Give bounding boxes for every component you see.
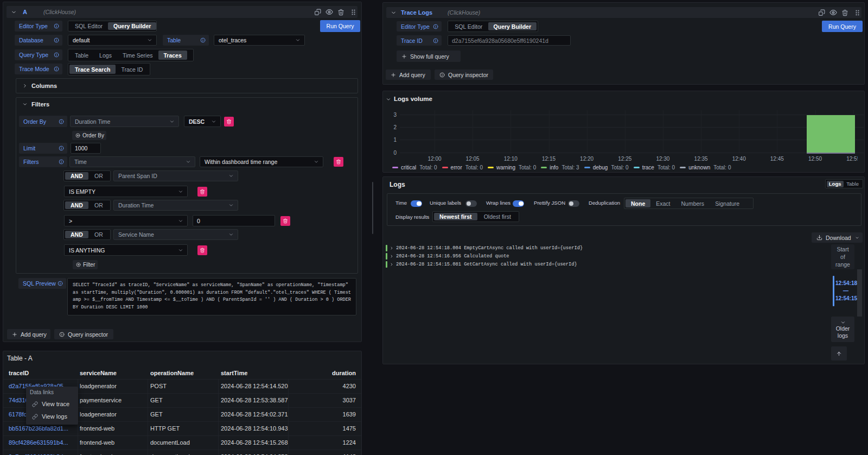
table-col-starttime[interactable]: startTime [221, 370, 247, 376]
trace-mode-option-search[interactable]: Trace Search [69, 65, 116, 74]
log-row[interactable]: 2024-06-28 12:54:16.956 Calculated quote [386, 252, 509, 260]
chevron-down-icon[interactable] [386, 97, 391, 102]
filter-time-field-select[interactable]: Time [69, 156, 195, 167]
filter1-and[interactable]: AND [65, 172, 88, 180]
dedup-numbers[interactable]: Numbers [676, 199, 710, 207]
remove-filter1-button[interactable] [197, 187, 207, 197]
info-circle-icon[interactable] [59, 119, 64, 124]
chevron-right-icon[interactable] [390, 246, 394, 250]
database-select[interactable]: default [68, 35, 157, 46]
filter2-operator-select[interactable]: > [64, 215, 188, 226]
add-filter-button[interactable]: Filter [73, 260, 98, 269]
log-nav-scrollbar[interactable] [857, 269, 862, 317]
table-col-traceid[interactable]: traceID [9, 370, 29, 376]
remove-filter3-button[interactable] [197, 245, 207, 255]
filters-section-header[interactable]: Filters [22, 101, 49, 108]
drag-handle-icon[interactable] [853, 9, 861, 16]
info-circle-icon[interactable] [54, 66, 59, 72]
dedup-none[interactable]: None [626, 199, 650, 207]
legend-item-warning[interactable]: warningTotal: 0 [488, 165, 536, 170]
query-type-option-logs[interactable]: Logs [94, 50, 117, 60]
trace-mode-option-id[interactable]: Trace ID [116, 65, 148, 74]
legend-item-critical[interactable]: criticalTotal: 0 [392, 165, 437, 170]
view-mode-logs[interactable]: Logs [827, 181, 844, 187]
trace-id-input[interactable]: d2a7155ef6a928a05680e5ff6190241d [448, 35, 571, 46]
remove-filter-button[interactable] [334, 157, 343, 167]
duplicate-query-icon[interactable] [314, 8, 321, 16]
filter3-operator-select[interactable]: IS ANYTHING [64, 244, 188, 256]
add-query-button[interactable]: Add query [386, 69, 431, 80]
legend-item-error[interactable]: errorTotal: 0 [442, 165, 483, 170]
editor-type-option-sql[interactable]: SQL Editor [69, 22, 108, 30]
view-logs-menu-item[interactable]: View logs [32, 413, 67, 420]
download-button[interactable]: Download [812, 232, 863, 243]
query-row-header-tracelogs[interactable]: Trace Logs (ClickHouse) [386, 7, 861, 18]
info-circle-icon[interactable] [59, 146, 64, 151]
wrap-lines-toggle[interactable] [513, 200, 524, 207]
info-circle-icon[interactable] [433, 38, 438, 43]
query-inspector-button[interactable]: Query inspector [54, 329, 113, 339]
editor-type-option-builder[interactable]: Query Builder [488, 22, 537, 30]
chevron-right-icon[interactable] [390, 254, 394, 258]
hide-response-eye-icon[interactable] [829, 9, 837, 16]
query-type-option-traces[interactable]: Traces [158, 50, 187, 60]
limit-input[interactable]: 1000 [71, 143, 101, 154]
query-type-option-timeseries[interactable]: Time Series [117, 50, 158, 60]
legend-item-unknown[interactable]: unknownTotal: 0 [680, 165, 731, 170]
info-circle-icon[interactable] [54, 23, 59, 29]
show-full-query-button[interactable]: Show full query [397, 50, 461, 62]
older-logs-button[interactable]: Older logs [831, 317, 854, 342]
legend-item-debug[interactable]: debugTotal: 0 [584, 165, 629, 170]
query-type-option-table[interactable]: Table [69, 50, 94, 60]
editor-type-option-builder[interactable]: Query Builder [108, 22, 156, 30]
query-inspector-button[interactable]: Query inspector [435, 69, 493, 80]
info-circle-icon[interactable] [58, 281, 63, 286]
filter1-operator-select[interactable]: IS EMPTY [64, 186, 188, 197]
filter3-field-select[interactable]: Service Name [113, 229, 238, 240]
filter1-field-select[interactable]: Parent Span ID [113, 170, 238, 181]
hide-response-eye-icon[interactable] [326, 8, 333, 16]
filter3-or[interactable]: OR [88, 231, 109, 238]
info-circle-icon[interactable] [54, 52, 59, 58]
scroll-to-top-button[interactable] [831, 346, 847, 361]
view-mode-table[interactable]: Table [844, 181, 862, 187]
add-query-button[interactable]: Add query [7, 329, 50, 339]
table-select[interactable]: otel_traces [214, 35, 305, 46]
order-by-direction-select[interactable]: DESC [184, 116, 221, 127]
filter2-value-input[interactable]: 0 [193, 215, 275, 226]
add-order-by-button[interactable]: Order By [72, 131, 106, 140]
run-query-button[interactable]: Run Query [320, 20, 360, 32]
info-circle-icon[interactable] [433, 24, 438, 29]
drag-handle-icon[interactable] [349, 8, 357, 16]
info-circle-icon[interactable] [59, 159, 64, 165]
chevron-right-icon[interactable] [390, 262, 394, 267]
columns-section[interactable]: Columns [16, 78, 358, 93]
dedup-exact[interactable]: Exact [650, 199, 675, 207]
query-row-header-a[interactable]: A (ClickHouse) [7, 6, 358, 18]
pane-scrollbar-thumb[interactable] [372, 182, 373, 234]
table-col-servicename[interactable]: serviceName [80, 370, 117, 376]
filter-time-operator-select[interactable]: Within dashboard time range [200, 156, 323, 167]
trace-link[interactable]: bb5167b236bfa82d1... [9, 425, 68, 432]
log-row[interactable]: 2024-06-28 12:54:15.081 GetCartAsync cal… [386, 261, 577, 268]
legend-item-info[interactable]: infoTotal: 3 [541, 165, 579, 170]
filter2-field-select[interactable]: Duration Time [113, 200, 238, 211]
run-query-button[interactable]: Run Query [822, 21, 863, 32]
table-col-operationname[interactable]: operationName [150, 370, 194, 376]
dedup-signature[interactable]: Signature [710, 199, 745, 207]
prettify-json-toggle[interactable] [568, 200, 579, 207]
duplicate-query-icon[interactable] [818, 9, 825, 16]
filter2-or[interactable]: OR [88, 201, 109, 209]
filter1-or[interactable]: OR [88, 172, 109, 180]
view-trace-menu-item[interactable]: View trace [32, 401, 69, 407]
filter3-and[interactable]: AND [65, 231, 88, 238]
time-toggle[interactable] [411, 200, 422, 207]
unique-labels-toggle[interactable] [465, 200, 477, 207]
order-newest-first[interactable]: Newest first [434, 213, 477, 220]
logs-volume-info-bar[interactable] [807, 115, 855, 153]
remove-query-trash-icon[interactable] [841, 9, 848, 16]
trace-link[interactable]: 89cf4286e631591b4... [9, 439, 68, 446]
table-col-duration[interactable]: duration [332, 370, 356, 376]
log-range-times[interactable]: 12:54:18 — 12:54:15 [835, 280, 856, 302]
log-row[interactable]: 2024-06-28 12:54:18.004 EmptyCartAsync c… [386, 244, 583, 251]
